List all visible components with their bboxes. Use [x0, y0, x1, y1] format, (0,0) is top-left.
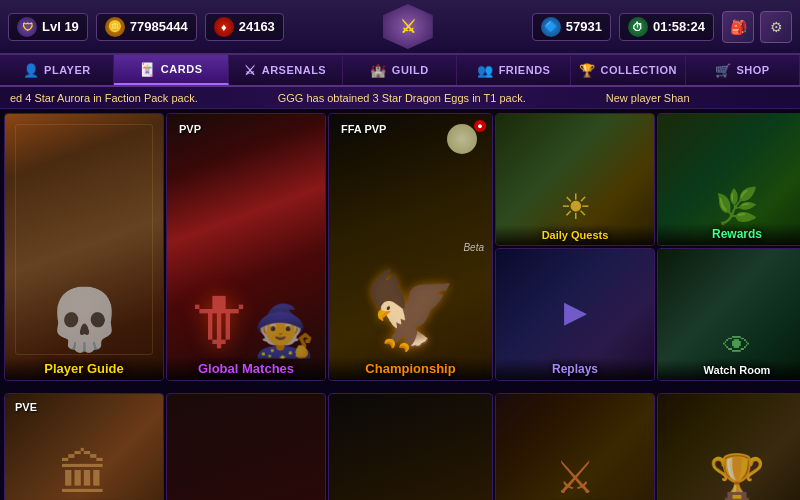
- level-value: Lvl 19: [42, 19, 79, 34]
- championship-label: Championship: [329, 357, 492, 380]
- player-tab-label: PLAYER: [44, 64, 91, 76]
- beta-label: Beta: [463, 242, 484, 253]
- shop-tab-icon: 🛒: [715, 63, 732, 78]
- gem-value: 24163: [239, 19, 275, 34]
- tab-cards[interactable]: 🃏 Cards: [114, 55, 228, 85]
- guild-tab-label: GUILD: [392, 64, 429, 76]
- friends-tab-label: FRIENDS: [499, 64, 551, 76]
- player-tab-icon: 👤: [23, 63, 40, 78]
- nav-tabs: 👤 PLAYER 🃏 Cards ⚔ ARSENALS 🏰 GUILD 👥 FR…: [0, 55, 800, 87]
- shop-tab-label: SHOP: [736, 64, 769, 76]
- timer-value: 01:58:24: [653, 19, 705, 34]
- global-matches-label: Global Matches: [167, 357, 325, 380]
- rewards-label: Rewards: [658, 223, 800, 245]
- ffa-tag: FFA PVP: [337, 122, 390, 136]
- tab-collection[interactable]: 🏆 COLLECTION: [571, 55, 685, 85]
- level-icon: 🛡: [17, 17, 37, 37]
- arsenals-tab-icon: ⚔: [244, 63, 257, 78]
- ticker-msg-3: New player Shan: [606, 92, 690, 104]
- guild-war-card[interactable]: ⚔ Guild War: [495, 393, 655, 500]
- rewards-card[interactable]: 🌿 Rewards: [657, 113, 800, 246]
- championship-card[interactable]: 🦅 FFA PVP ● Beta Championship: [328, 113, 493, 381]
- cards-tab-icon: 🃏: [139, 62, 156, 77]
- main-grid: 💀 Player Guide 🗡 🧙 PVP Global Matches 🦅 …: [0, 109, 800, 393]
- championship-bottom-extend: [328, 393, 493, 500]
- tab-arsenals[interactable]: ⚔ ARSENALS: [229, 55, 343, 85]
- campaign-card[interactable]: 🏛 PVE Campaign: [4, 393, 164, 500]
- friends-tab-icon: 👥: [477, 63, 494, 78]
- top-right-icons: 🎒 ⚙: [722, 11, 792, 43]
- tab-shop[interactable]: 🛒 SHOP: [686, 55, 800, 85]
- player-guide-label: Player Guide: [5, 357, 163, 380]
- crystal-icon: 🔷: [541, 17, 561, 37]
- championship-badge: ●: [474, 120, 486, 132]
- tab-friends[interactable]: 👥 FRIENDS: [457, 55, 571, 85]
- gold-stat: 🪙 77985444: [96, 13, 197, 41]
- bag-button[interactable]: 🎒: [722, 11, 754, 43]
- second-row-grid: 🏛 PVE Campaign ⚔ Guild War 🏆 Leaderboard…: [0, 393, 800, 500]
- crystal-value: 57931: [566, 19, 602, 34]
- gold-value: 77985444: [130, 19, 188, 34]
- player-guide-card[interactable]: 💀 Player Guide: [4, 113, 164, 381]
- gem-icon: ♦: [214, 17, 234, 37]
- settings-button[interactable]: ⚙: [760, 11, 792, 43]
- guild-tab-icon: 🏰: [370, 63, 387, 78]
- tab-player[interactable]: 👤 PLAYER: [0, 55, 114, 85]
- pve-tag: PVE: [11, 400, 41, 414]
- leaderboards-card[interactable]: 🏆 Leaderboards: [657, 393, 800, 500]
- gold-icon: 🪙: [105, 17, 125, 37]
- daily-quests-label: Daily Quests: [496, 225, 654, 245]
- top-emblem-area: ⚔: [292, 4, 524, 49]
- collection-tab-label: COLLECTION: [601, 64, 678, 76]
- level-stat: 🛡 Lvl 19: [8, 13, 88, 41]
- tab-guild[interactable]: 🏰 GUILD: [343, 55, 457, 85]
- ticker-msg-1: ed 4 Star Aurora in Faction Pack pack.: [10, 92, 198, 104]
- collection-tab-icon: 🏆: [579, 63, 596, 78]
- timer-stat: ⏱ 01:58:24: [619, 13, 714, 41]
- replays-card[interactable]: ▶ Replays: [495, 248, 655, 381]
- ticker-content: ed 4 Star Aurora in Faction Pack pack. G…: [10, 92, 690, 104]
- daily-quests-card[interactable]: ☀ Daily Quests: [495, 113, 655, 246]
- pvp-tag: PVP: [175, 122, 205, 136]
- ticker-msg-2: GGG has obtained 3 Star Dragon Eggs in T…: [278, 92, 526, 104]
- news-ticker: ed 4 Star Aurora in Faction Pack pack. G…: [0, 87, 800, 109]
- watch-room-card[interactable]: 👁 Watch Room: [657, 248, 800, 381]
- crystal-stat: 🔷 57931: [532, 13, 611, 41]
- replays-label: Replays: [496, 358, 654, 380]
- watch-room-label: Watch Room: [658, 360, 800, 380]
- top-bar: 🛡 Lvl 19 🪙 77985444 ♦ 24163 ⚔ 🔷 57931 ⏱ …: [0, 0, 800, 55]
- gem-stat: ♦ 24163: [205, 13, 284, 41]
- global-matches-card[interactable]: 🗡 🧙 PVP Global Matches: [166, 113, 326, 381]
- pvp-bottom-extend: [166, 393, 326, 500]
- cards-tab-label: Cards: [161, 63, 203, 75]
- timer-icon: ⏱: [628, 17, 648, 37]
- center-emblem: ⚔: [383, 4, 433, 49]
- arsenals-tab-label: ARSENALS: [262, 64, 327, 76]
